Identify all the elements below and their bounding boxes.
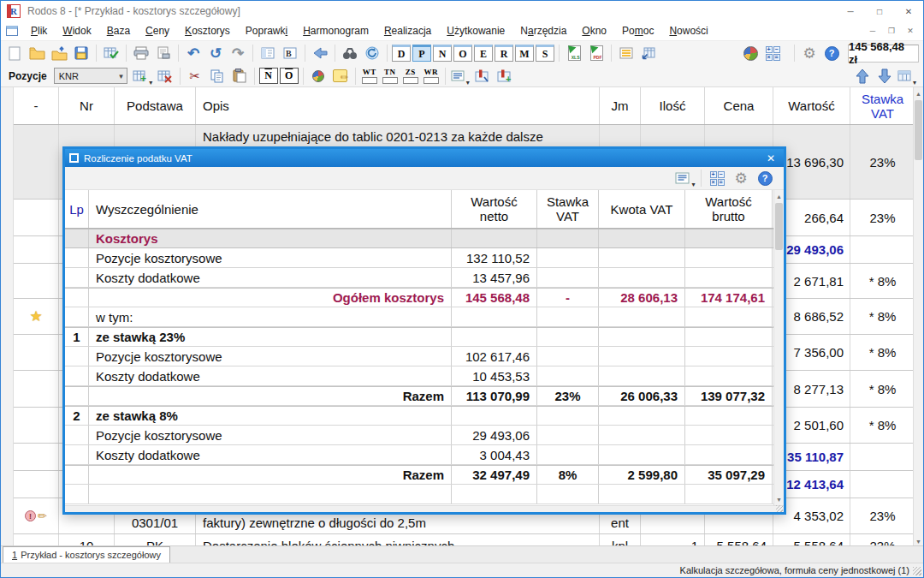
export-pdf-button[interactable]: PDF [586,43,607,63]
close-icon[interactable]: ✕ [894,1,923,21]
position-chart-icon[interactable] [308,66,329,86]
pie-chart-icon[interactable] [740,43,761,63]
vat-help-icon[interactable]: ? [755,168,775,188]
vat-table-row[interactable]: 1ze stawką 23% [65,327,784,347]
vat-column-header-stawka-vat[interactable]: Stawka VAT [537,190,599,228]
mdi-minimize-icon[interactable]: ─ [863,27,882,35]
menu-pomoc[interactable]: Pomoc [614,23,661,39]
verify-table-button[interactable] [101,43,121,63]
redo-icon[interactable]: ↷ [228,43,248,63]
menu-poprawki[interactable]: Poprawki [238,23,295,39]
new-document-button[interactable] [4,43,25,63]
column-header-podstawa[interactable]: Podstawa [115,87,196,124]
vat-table-row[interactable]: Pozycje kosztorysowe132 110,52 [65,248,784,268]
print-preview-button[interactable] [153,43,174,63]
menu-ceny[interactable]: Ceny [138,23,177,39]
menu-użytkowanie[interactable]: Użytkowanie [439,23,512,39]
side-panel-button[interactable] [258,43,278,63]
view-button-e[interactable]: E [474,45,493,62]
menu-harmonogram[interactable]: Harmonogram [295,23,376,39]
vat-column-header-wyszczegolnienie[interactable]: Wyszczególnienie [89,190,452,228]
maximize-icon[interactable]: □ [865,1,894,21]
view-button-m[interactable]: M [515,45,534,62]
view-button-n[interactable]: N [433,45,452,62]
column-header-ilosc[interactable]: Ilość [641,87,705,124]
window-resize-grip[interactable] [913,567,921,575]
help-icon[interactable]: ? [821,43,842,63]
view-button-p[interactable]: P [412,45,431,62]
tag-button-wt[interactable]: WT [362,69,377,84]
search-icon[interactable] [340,43,360,63]
calculator-grid-icon[interactable]: +−×= [762,43,783,63]
import-file-button[interactable] [49,43,69,63]
vat-report-caret-icon[interactable]: ▾ [691,181,695,188]
table-options-button[interactable]: ▾ [897,66,917,86]
scroll-up-icon[interactable]: ▲ [914,87,923,99]
column-header-wartosc[interactable]: Wartość [773,87,850,124]
add-position-button[interactable]: +▾ [133,66,153,86]
narzuty-button[interactable]: N [259,68,278,84]
menu-realizacja[interactable]: Realizacja [376,23,439,39]
vat-table-row[interactable]: Kosztorys [65,229,784,248]
bookmark-add-button[interactable]: + [495,66,515,86]
vat-settings-icon[interactable]: ⚙ [731,168,751,188]
menu-kosztorys[interactable]: Kosztorys [177,23,238,39]
vat-table-row[interactable]: Koszty dodatkowe10 453,53 [65,366,784,386]
vat-scroll-down-icon[interactable]: ▼ [774,493,784,505]
vat-table-row[interactable]: 2ze stawką 8% [65,406,784,426]
add-position-caret-icon[interactable]: ▾ [149,79,152,86]
vat-scroll-up-icon[interactable]: ▲ [774,190,784,202]
vat-table-row[interactable]: Razem32 497,498%2 599,8035 097,29 [65,465,784,485]
cut-icon[interactable]: ✂ [185,66,205,86]
main-table-scrollbar[interactable]: ▲ ▼ [913,87,923,547]
column-header-dash[interactable]: - [14,87,59,124]
paste-icon[interactable] [229,66,250,86]
vat-table-row[interactable]: Ogółem kosztorys145 568,48-28 606,13174 … [65,288,784,307]
note-edit-icon[interactable]: ✏ [330,66,351,86]
vat-table-row[interactable]: Koszty dodatkowe3 004,43 [65,445,784,465]
vat-table-row[interactable]: Razem113 070,9923%26 006,33139 077,32 [65,386,784,406]
delete-position-button[interactable] [155,66,175,86]
vat-table-row[interactable]: w tym: [65,307,784,327]
vat-table-row[interactable] [65,485,784,504]
catalog-combobox[interactable]: KNR▾ [54,68,127,84]
column-header-cena[interactable]: Cena [705,87,773,124]
column-header-nr[interactable]: Nr [59,87,115,124]
vat-dialog-titlebar[interactable]: Rozliczenie podatku VAT ✕ [65,149,784,167]
history-icon[interactable]: ↺ [205,43,226,63]
tag-button-zs[interactable]: ZS [403,69,418,84]
vat-table-scrollbar[interactable]: ▲ ▼ [773,190,784,505]
move-down-button[interactable] [874,66,895,86]
mdi-close-icon[interactable]: ✕ [901,27,920,35]
menu-plik[interactable]: Plik [23,23,55,39]
view-button-s[interactable]: S [536,45,554,62]
menu-widok[interactable]: Widok [55,23,98,39]
gear-icon[interactable]: ⚙ [799,43,820,63]
vat-table-row[interactable]: Koszty dodatkowe13 457,96 [65,268,784,288]
column-header-opis[interactable]: Opis [196,87,600,124]
obmiar-button[interactable]: O [280,68,299,84]
scrollbar-thumb[interactable] [915,100,922,160]
vat-table-row[interactable]: Pozycje kosztorysowe29 493,06 [65,426,784,445]
refresh-icon[interactable] [362,43,382,63]
save-button[interactable] [71,43,92,63]
bookmark-goto-button[interactable] [472,66,493,86]
table-transfer-button[interactable] [638,43,659,63]
vat-column-header-kwota-vat[interactable]: Kwota VAT [599,190,685,228]
export-xls-button[interactable]: XLS [564,43,584,63]
undo-icon[interactable]: ↶ [183,43,204,63]
tag-button-wr[interactable]: WR [424,69,439,84]
vat-scrollbar-thumb[interactable] [775,203,783,250]
open-file-button[interactable] [27,43,47,63]
minimize-icon[interactable]: ─ [836,1,865,21]
column-header-jm[interactable]: Jm [600,87,641,124]
vat-column-header-wartosc-netto[interactable]: Wartość netto [452,190,537,228]
base-panel-button[interactable]: B [280,43,300,63]
row-list-button[interactable]: ▾ [450,66,471,86]
mdi-restore-icon[interactable]: ❐ [882,27,901,35]
move-up-button[interactable] [852,66,873,86]
view-button-r[interactable]: R [495,45,513,62]
view-button-o[interactable]: O [453,45,472,62]
column-header-stawka-vat[interactable]: Stawka VAT [850,87,915,124]
vat-column-header-lp[interactable]: Lp [65,190,89,228]
